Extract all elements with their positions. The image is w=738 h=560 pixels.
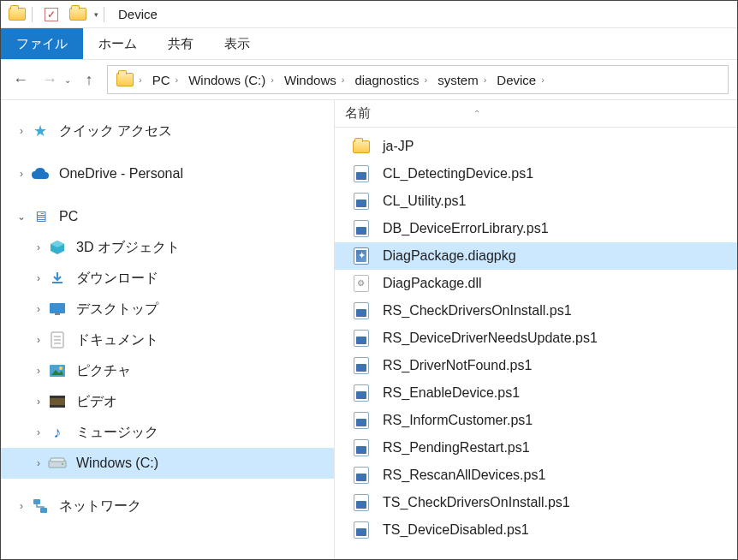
file-row[interactable]: TS_CheckDriversOnInstall.ps1 xyxy=(335,489,737,516)
chevron-right-icon[interactable]: › xyxy=(30,396,47,408)
file-name: RS_DriverNotFound.ps1 xyxy=(383,358,532,373)
file-row[interactable]: RS_InformCustomer.ps1 xyxy=(335,407,737,434)
window-folder-icon xyxy=(8,5,27,24)
file-list-pane: 名前 ⌃ ja-JPCL_DetectingDevice.ps1CL_Utili… xyxy=(335,100,737,559)
file-row[interactable]: DiagPackage.diagpkg xyxy=(335,242,737,270)
file-row[interactable]: ja-JP xyxy=(335,133,737,160)
desktop-icon xyxy=(47,299,68,319)
powershell-file-icon xyxy=(352,493,371,512)
address-bar[interactable]: › PC› Windows (C:)› Windows› diagnostics… xyxy=(107,65,729,94)
nav-drive-c[interactable]: › Windows (C:) xyxy=(1,448,334,479)
nav-downloads[interactable]: › ダウンロード xyxy=(1,263,334,294)
file-row[interactable]: TS_DeviceDisabled.ps1 xyxy=(335,516,737,544)
nav-videos[interactable]: › ビデオ xyxy=(1,386,334,417)
cube-icon xyxy=(47,237,68,258)
file-name: RS_PendingRestart.ps1 xyxy=(383,440,530,456)
file-row[interactable]: RS_PendingRestart.ps1 xyxy=(335,434,737,462)
file-name: RS_EnableDevice.ps1 xyxy=(383,385,520,401)
chevron-right-icon[interactable]: › xyxy=(30,426,47,438)
file-row[interactable]: DB_DeviceErrorLibrary.ps1 xyxy=(335,215,737,242)
file-row[interactable]: RS_EnableDevice.ps1 xyxy=(335,379,737,407)
file-row[interactable]: CL_DetectingDevice.ps1 xyxy=(335,160,737,188)
properties-icon[interactable]: ✓ xyxy=(45,8,58,21)
powershell-file-icon xyxy=(352,219,371,238)
tab-home[interactable]: ホーム xyxy=(83,28,152,59)
qat-dropdown-icon[interactable]: ▾ xyxy=(94,10,98,19)
svg-rect-3 xyxy=(55,313,60,315)
file-row[interactable]: RS_DeviceDriverNeedsUpdate.ps1 xyxy=(335,325,737,352)
chevron-right-icon[interactable]: › xyxy=(30,272,47,284)
breadcrumb-diagnostics[interactable]: diagnostics› xyxy=(351,71,431,89)
nav-label: Windows (C:) xyxy=(76,456,158,471)
drive-icon xyxy=(47,453,68,474)
chevron-right-icon[interactable]: › xyxy=(30,457,47,469)
chevron-right-icon[interactable]: › xyxy=(30,241,47,253)
breadcrumb-device[interactable]: Device› xyxy=(493,71,548,89)
nav-music[interactable]: › ♪ ミュージック xyxy=(1,417,334,448)
file-row[interactable]: RS_DriverNotFound.ps1 xyxy=(335,352,737,379)
pc-icon: 🖥 xyxy=(30,206,51,227)
svg-point-16 xyxy=(62,463,63,465)
chevron-right-icon[interactable]: › xyxy=(30,365,47,377)
explorer-window: ✓ ▾ Device ファイル ホーム 共有 表示 ← → ⌄ ↑ › PC› … xyxy=(0,0,738,560)
new-folder-icon[interactable] xyxy=(68,5,87,24)
nav-3d-objects[interactable]: › 3D オブジェクト xyxy=(1,232,334,263)
tab-share[interactable]: 共有 xyxy=(152,28,209,59)
breadcrumb-windows[interactable]: Windows› xyxy=(281,71,348,89)
nav-documents[interactable]: › ドキュメント xyxy=(1,325,334,355)
powershell-file-icon xyxy=(352,411,371,430)
nav-pictures[interactable]: › ピクチャ xyxy=(1,355,334,386)
svg-rect-12 xyxy=(50,396,65,398)
powershell-file-icon xyxy=(352,384,371,402)
nav-network[interactable]: › ネットワーク xyxy=(1,491,334,521)
nav-desktop[interactable]: › デスクトップ xyxy=(1,294,334,325)
file-row[interactable]: CL_Utility.ps1 xyxy=(335,188,737,215)
breadcrumb-drive-c[interactable]: Windows (C:)› xyxy=(185,71,277,89)
breadcrumb-pc[interactable]: PC› xyxy=(149,71,182,89)
svg-rect-18 xyxy=(40,508,47,513)
nav-label: デスクトップ xyxy=(76,301,158,319)
back-button[interactable]: ← xyxy=(9,69,32,91)
up-button[interactable]: ↑ xyxy=(78,69,100,91)
forward-button[interactable]: → xyxy=(39,69,61,91)
divider xyxy=(104,7,104,22)
file-row[interactable]: RS_RescanAllDevices.ps1 xyxy=(335,462,737,489)
svg-rect-13 xyxy=(50,405,65,408)
file-name: TS_CheckDriversOnInstall.ps1 xyxy=(383,495,570,510)
titlebar: ✓ ▾ Device xyxy=(1,1,737,28)
content-area: › ★ クイック アクセス › OneDrive - Personal ⌄ 🖥 … xyxy=(1,100,737,559)
file-name: DiagPackage.dll xyxy=(383,276,482,291)
file-name: CL_Utility.ps1 xyxy=(383,194,467,209)
chevron-right-icon[interactable]: › xyxy=(13,168,30,180)
nav-quick-access[interactable]: › ★ クイック アクセス xyxy=(1,116,334,146)
star-icon: ★ xyxy=(30,121,51,141)
file-name: DB_DeviceErrorLibrary.ps1 xyxy=(383,221,549,236)
nav-pc[interactable]: ⌄ 🖥 PC xyxy=(1,201,334,232)
chevron-right-icon[interactable]: › xyxy=(13,125,30,137)
chevron-right-icon[interactable]: › xyxy=(13,500,30,512)
column-name-header[interactable]: 名前 xyxy=(345,105,371,122)
tab-file[interactable]: ファイル xyxy=(1,28,83,59)
file-row[interactable]: RS_CheckDriversOnInstall.ps1 xyxy=(335,297,737,325)
chevron-down-icon[interactable]: ⌄ xyxy=(13,211,30,223)
chevron-right-icon[interactable]: › xyxy=(30,334,47,346)
powershell-file-icon xyxy=(352,164,371,183)
history-dropdown-icon[interactable]: ⌄ xyxy=(64,75,71,85)
file-name: ja-JP xyxy=(383,139,414,154)
powershell-file-icon xyxy=(352,192,371,211)
quick-access-toolbar: ✓ ▾ xyxy=(38,5,98,24)
video-icon xyxy=(47,391,68,412)
column-headers[interactable]: 名前 ⌃ xyxy=(335,100,737,128)
nav-onedrive[interactable]: › OneDrive - Personal xyxy=(1,158,334,189)
file-row[interactable]: DiagPackage.dll xyxy=(335,270,737,297)
nav-label: ピクチャ xyxy=(76,362,131,380)
chevron-right-icon[interactable]: › xyxy=(30,303,47,315)
powershell-file-icon xyxy=(352,329,371,348)
tab-view[interactable]: 表示 xyxy=(209,28,265,59)
diagpkg-file-icon xyxy=(352,247,371,265)
breadcrumb-system[interactable]: system› xyxy=(434,71,490,89)
nav-label: ビデオ xyxy=(76,393,117,411)
address-row: ← → ⌄ ↑ › PC› Windows (C:)› Windows› dia… xyxy=(1,59,737,100)
breadcrumb-root-icon[interactable]: › xyxy=(113,71,146,88)
powershell-file-icon xyxy=(352,356,371,375)
